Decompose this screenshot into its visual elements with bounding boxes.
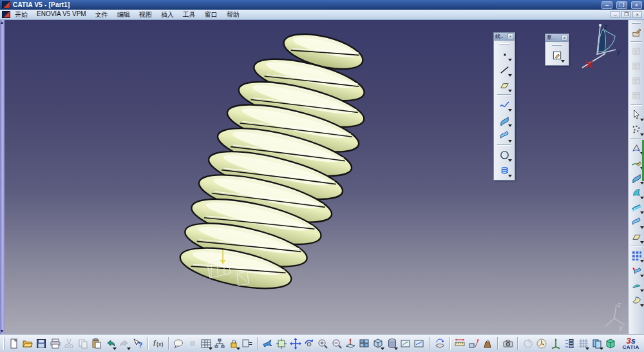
- rotate-button[interactable]: [303, 337, 315, 351]
- sketch-toolbar-close-icon[interactable]: ×: [562, 35, 567, 41]
- open-button[interactable]: [21, 337, 33, 351]
- points-cloud-button[interactable]: [629, 122, 644, 137]
- table-button[interactable]: [200, 337, 212, 351]
- copy-icon: [77, 338, 89, 349]
- org-chart-button[interactable]: [214, 337, 226, 351]
- spring-model[interactable]: [0, 20, 644, 334]
- paste-button[interactable]: [90, 337, 102, 351]
- mdi-restore-button[interactable]: ❐: [621, 11, 631, 18]
- menu-7[interactable]: 工具: [178, 10, 200, 19]
- menu-5[interactable]: 视图: [135, 10, 156, 19]
- undo-button[interactable]: [104, 337, 117, 351]
- viewport-3d[interactable]: z y z y 线.. × 草.. ×: [0, 20, 644, 334]
- minimize-button[interactable]: –: [601, 1, 612, 9]
- tree-button[interactable]: [563, 337, 575, 351]
- quad-view-button[interactable]: [358, 337, 370, 351]
- circle-button[interactable]: [497, 147, 512, 162]
- fx-icon: f(x): [153, 338, 164, 349]
- swirl-button[interactable]: [522, 337, 534, 351]
- zoom-out-button[interactable]: [330, 337, 343, 351]
- line-button[interactable]: [497, 62, 512, 77]
- mdi-close-button[interactable]: ×: [632, 11, 642, 18]
- zoom-in-button[interactable]: [317, 337, 329, 351]
- print-button[interactable]: [49, 337, 61, 351]
- gray-win-button[interactable]: [629, 59, 644, 73]
- normal-view-icon: [345, 338, 356, 349]
- camera-button[interactable]: [502, 337, 514, 351]
- measure-button[interactable]: [454, 337, 466, 351]
- menu-2[interactable]: ENOVIA V5 VPM: [32, 10, 91, 19]
- manipulator-button[interactable]: [536, 337, 548, 351]
- pan-button[interactable]: [289, 337, 301, 351]
- point-button[interactable]: [497, 46, 512, 62]
- menu-1[interactable]: 开始: [10, 10, 32, 19]
- help-cursor-button[interactable]: ?: [132, 337, 144, 351]
- spring-coils[interactable]: [177, 27, 368, 296]
- cube-green-button[interactable]: [605, 337, 617, 351]
- surf-revolve-button[interactable]: [629, 185, 644, 200]
- line-toolbar-titlebar[interactable]: 线.. ×: [494, 33, 515, 41]
- formula-button[interactable]: =: [242, 337, 254, 351]
- menu-8[interactable]: 窗口: [200, 10, 222, 19]
- select-arrow-button[interactable]: [629, 107, 644, 122]
- render-style-button[interactable]: [399, 337, 412, 351]
- menu-6[interactable]: 插入: [156, 10, 178, 19]
- turntable-button[interactable]: [433, 337, 446, 351]
- arrow-surf-button[interactable]: [629, 263, 644, 278]
- fly-button[interactable]: [261, 337, 274, 351]
- toolbar-grip[interactable]: [3, 337, 5, 350]
- tree-scrollbar[interactable]: [0, 20, 5, 334]
- save-button[interactable]: [35, 337, 48, 351]
- sketch-toolbar-titlebar[interactable]: 草.. ×: [545, 34, 569, 42]
- mdi-minimize-button[interactable]: –: [611, 11, 620, 18]
- iso-view-button[interactable]: [372, 337, 384, 351]
- planes-vis-button[interactable]: [591, 337, 603, 351]
- scroll-down-icon[interactable]: [1, 330, 3, 333]
- lock-button[interactable]: [227, 337, 240, 351]
- axis-system-button[interactable]: [549, 337, 562, 351]
- redo-button[interactable]: [118, 337, 130, 351]
- normal-view-button[interactable]: [345, 337, 357, 351]
- mass-button[interactable]: [481, 337, 493, 351]
- plane-button[interactable]: [497, 77, 512, 93]
- chat-button[interactable]: [173, 337, 185, 351]
- close-button[interactable]: ×: [631, 1, 642, 9]
- style-brush-button[interactable]: [629, 25, 644, 40]
- gray-dot-button[interactable]: [186, 337, 198, 351]
- sketch-toolbar[interactable]: 草.. ×: [545, 34, 569, 66]
- toolbar-grip[interactable]: [499, 43, 509, 44]
- restore-button[interactable]: ❐: [616, 1, 627, 9]
- surf-sweep-button[interactable]: [629, 215, 644, 230]
- blue-grid-button[interactable]: [629, 248, 644, 263]
- menu-9[interactable]: 帮助: [222, 10, 244, 19]
- surf-offset-button[interactable]: [629, 200, 644, 215]
- copy-button[interactable]: [77, 337, 89, 351]
- compass[interactable]: z y: [577, 21, 623, 75]
- spline-button[interactable]: [497, 97, 512, 112]
- scroll-up-icon[interactable]: [1, 21, 3, 24]
- gray-win-button[interactable]: [629, 88, 644, 103]
- surf-extrude-button[interactable]: [497, 112, 512, 128]
- new-doc-button[interactable]: [8, 337, 20, 351]
- sketcher-button[interactable]: [549, 48, 565, 63]
- plane-button[interactable]: [629, 230, 644, 244]
- arc-blue-button[interactable]: [629, 278, 644, 293]
- measure-item-button[interactable]: [468, 337, 480, 351]
- helix-button[interactable]: [497, 162, 512, 178]
- toolbar-grip[interactable]: [632, 22, 641, 24]
- surf-sweep-button[interactable]: [497, 128, 512, 143]
- render-style2-button[interactable]: [413, 337, 426, 351]
- work-grid-button[interactable]: [577, 337, 589, 351]
- cut-button[interactable]: [63, 337, 75, 351]
- gray-win-button[interactable]: [629, 44, 644, 59]
- fold-surf-button[interactable]: [629, 293, 644, 308]
- toolbar-grip[interactable]: [552, 44, 562, 46]
- line-toolbar[interactable]: 线.. ×: [493, 32, 515, 181]
- menu-4[interactable]: 编辑: [113, 10, 135, 19]
- fit-all-button[interactable]: [275, 337, 287, 351]
- shaded-view-button[interactable]: [386, 337, 398, 351]
- fx-button[interactable]: f(x): [152, 337, 164, 351]
- gray-win-button[interactable]: [629, 73, 644, 88]
- menu-3[interactable]: 文件: [91, 10, 113, 19]
- line-toolbar-close-icon[interactable]: ×: [507, 34, 513, 39]
